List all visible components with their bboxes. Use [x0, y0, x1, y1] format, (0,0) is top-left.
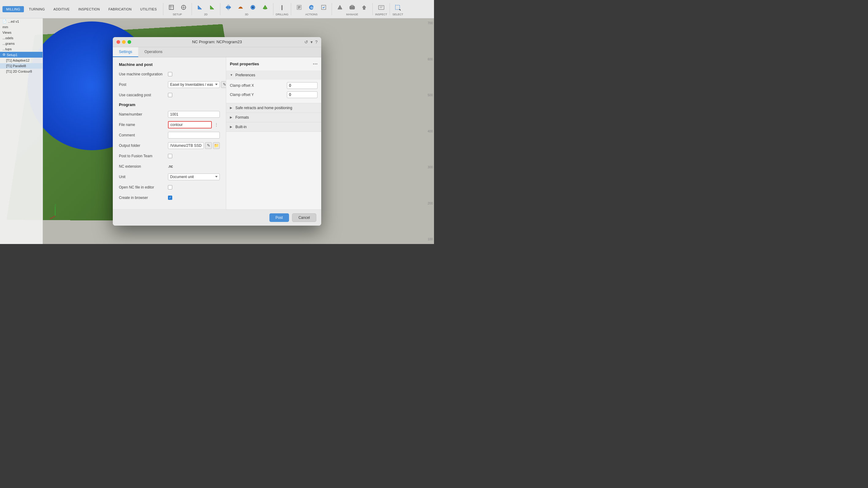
tab-operations[interactable]: Operations	[138, 47, 168, 57]
tab-turning[interactable]: TURNING	[25, 6, 49, 12]
name-number-input[interactable]	[168, 111, 220, 118]
cascading-post-checkbox[interactable]	[168, 93, 172, 97]
setup-icon-1	[168, 4, 175, 11]
post-fusion-checkbox[interactable]	[168, 154, 172, 158]
preferences-header[interactable]: ▼ Preferences	[226, 70, 321, 80]
select-group	[392, 2, 403, 12]
tab-utilities[interactable]: UTILITIES	[137, 6, 161, 12]
post-row: Post Easel by Inventables / eas ✎ 📁	[119, 81, 220, 88]
safe-retracts-arrow: ▶	[230, 106, 234, 110]
drilling-group-label: DRILLING	[276, 13, 289, 16]
clamp-offset-x-label: Clamp offset X	[230, 83, 284, 88]
formats-label: Formats	[236, 115, 249, 120]
nc-extension-control: .nc	[168, 164, 220, 169]
formats-header[interactable]: ▶ Formats	[226, 113, 321, 122]
use-machine-config-checkbox[interactable]	[168, 72, 172, 76]
modal-tabs: Settings Operations	[113, 47, 321, 57]
3d-group	[223, 2, 271, 12]
tab-inspection[interactable]: INSPECTION	[74, 6, 103, 12]
close-button[interactable]	[117, 40, 120, 44]
safe-retracts-label: Safe retracts and home positioning	[236, 106, 292, 110]
create-browser-row: Create in browser ✓	[119, 194, 220, 202]
preferences-body: Clamp offset X Clamp offset Y	[226, 80, 321, 103]
chevron-down-icon[interactable]: ▾	[310, 39, 313, 44]
svg-rect-13	[351, 5, 353, 7]
manage-btn-2[interactable]	[347, 2, 358, 12]
create-browser-checkbox[interactable]: ✓	[168, 195, 172, 200]
setup-btn-2[interactable]	[178, 2, 189, 12]
file-name-row: File name ⋮	[119, 121, 220, 128]
separator-6	[332, 3, 332, 15]
manage-btn-3[interactable]	[359, 2, 370, 12]
file-name-input[interactable]	[168, 121, 212, 128]
tab-settings[interactable]: Settings	[113, 47, 138, 57]
cancel-button[interactable]: Cancel	[292, 213, 316, 222]
post-button[interactable]: Post	[270, 213, 289, 222]
refresh-icon[interactable]: ↺	[304, 39, 308, 44]
post-fusion-label: Post to Fusion Team	[119, 154, 168, 158]
help-icon[interactable]: ?	[315, 39, 317, 44]
select-btn-1[interactable]	[392, 2, 403, 12]
modal-footer: Post Cancel	[113, 209, 321, 225]
post-edit-btn[interactable]: ✎	[221, 81, 226, 88]
tab-milling[interactable]: MILLING	[2, 6, 24, 12]
inspect-btn-1[interactable]	[376, 2, 387, 12]
open-nc-editor-checkbox[interactable]	[168, 185, 172, 189]
drilling-icon-1	[278, 4, 286, 11]
clamp-offset-x-input[interactable]	[287, 82, 317, 89]
3d-btn-1[interactable]	[223, 2, 234, 12]
3d-btn-4[interactable]	[259, 2, 271, 12]
output-folder-browse-btn[interactable]: 📁	[213, 142, 220, 149]
post-fusion-control	[168, 154, 220, 158]
formats-section: ▶ Formats	[226, 113, 321, 122]
safe-retracts-section: ▶ Safe retracts and home positioning	[226, 103, 321, 113]
svg-rect-6	[281, 5, 283, 9]
unit-select[interactable]: Document unit mm inches	[168, 174, 220, 180]
traffic-lights	[117, 40, 131, 44]
svg-marker-7	[281, 9, 283, 10]
3d-btn-2[interactable]	[235, 2, 246, 12]
comment-input[interactable]	[168, 132, 220, 139]
actions-btn-1[interactable]	[293, 2, 305, 12]
built-in-section: ▶ Built-in	[226, 122, 321, 132]
open-nc-editor-label: Open NC file in editor	[119, 185, 168, 189]
unit-label: Unit	[119, 175, 168, 179]
3d-icon-4	[261, 4, 269, 11]
tab-additive[interactable]: ADDITIVE	[50, 6, 73, 12]
minimize-button[interactable]	[122, 40, 126, 44]
tab-fabrication[interactable]: FABRICATION	[105, 6, 135, 12]
file-name-control: ⋮	[168, 121, 220, 128]
2d-btn-2[interactable]	[207, 2, 218, 12]
setup-group	[166, 2, 189, 12]
drilling-btn-1[interactable]	[276, 2, 287, 12]
nc-extension-label: NC extension	[119, 164, 168, 169]
actions-btn-3[interactable]	[318, 2, 329, 12]
built-in-header[interactable]: ▶ Built-in	[226, 122, 321, 131]
safe-retracts-header[interactable]: ▶ Safe retracts and home positioning	[226, 103, 321, 113]
preferences-label: Preferences	[236, 73, 255, 77]
clamp-offset-y-input[interactable]	[287, 91, 317, 98]
2d-btn-1[interactable]	[194, 2, 205, 12]
name-number-label: Name/number	[119, 112, 168, 117]
post-properties-menu-btn[interactable]: ⋯	[313, 61, 317, 67]
2d-icon-1	[196, 4, 204, 11]
output-folder-input[interactable]	[168, 142, 204, 149]
setup-icon-2	[180, 4, 187, 11]
modal-left-section: Machine and post Use machine configurati…	[113, 57, 226, 209]
post-properties-title-text: Post properties	[230, 62, 259, 66]
svg-point-5	[252, 6, 254, 8]
nc-extension-value: .nc	[168, 164, 173, 169]
3d-btn-3[interactable]	[247, 2, 258, 12]
output-folder-label: Output folder	[119, 144, 168, 148]
maximize-button[interactable]	[127, 40, 131, 44]
output-folder-edit-btn[interactable]: ✎	[205, 142, 212, 149]
separator-4	[273, 3, 273, 15]
drilling-group	[276, 2, 287, 12]
file-name-dots-btn[interactable]: ⋮	[213, 122, 220, 128]
manage-btn-1[interactable]	[334, 2, 345, 12]
nc-program-modal: NC Program: NCProgram23 ↺ ▾ ? Settings O…	[113, 37, 321, 225]
actions-btn-2[interactable]: G2	[306, 2, 317, 12]
post-select[interactable]: Easel by Inventables / eas	[168, 81, 220, 88]
preferences-section: ▼ Preferences Clamp offset X Clamp offse…	[226, 70, 321, 103]
setup-btn-1[interactable]	[166, 2, 177, 12]
